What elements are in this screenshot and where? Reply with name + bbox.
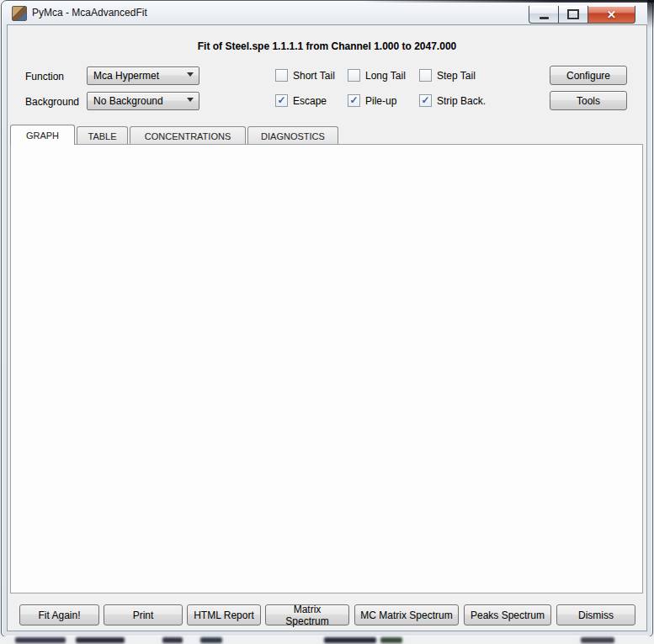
- peaks-spectrum-button[interactable]: Peaks Spectrum: [464, 604, 551, 625]
- step-tail-checkbox[interactable]: ✓: [419, 69, 432, 82]
- escape-checkbox[interactable]: ✓: [275, 94, 288, 107]
- minimize-button[interactable]: [529, 6, 559, 24]
- short-tail-label: Short Tail: [293, 70, 335, 82]
- checkbox-strip-back[interactable]: ✓ Strip Back.: [419, 94, 486, 107]
- desktop-blob: [324, 637, 376, 643]
- tab-diagnostics[interactable]: DIAGNOSTICS: [247, 126, 338, 145]
- step-tail-label: Step Tail: [437, 70, 476, 82]
- desktop-blob: [380, 637, 402, 643]
- checkbox-step-tail[interactable]: ✓ Step Tail: [419, 69, 476, 82]
- desktop-blob: [76, 637, 125, 643]
- function-value: Mca Hypermet: [93, 70, 159, 82]
- checkbox-escape[interactable]: ✓ Escape: [275, 94, 327, 107]
- mc-matrix-spectrum-button[interactable]: MC Matrix Spectrum: [354, 604, 459, 625]
- checkbox-long-tail[interactable]: ✓ Long Tail: [348, 69, 406, 82]
- close-icon: ✕: [607, 8, 616, 21]
- app-icon: [12, 6, 27, 21]
- strip-back-checkbox[interactable]: ✓: [419, 94, 432, 107]
- chevron-down-icon: [187, 98, 194, 102]
- print-button[interactable]: Print: [104, 604, 183, 625]
- desktop-blob: [162, 637, 183, 643]
- background-value: No Background: [93, 95, 163, 107]
- title-bar[interactable]: PyMca - McaAdvancedFit ✕: [7, 4, 646, 24]
- minimize-icon: [540, 17, 549, 19]
- screen: PyMca - McaAdvancedFit ✕ Fit of Steel.sp…: [0, 0, 654, 644]
- html-report-button[interactable]: HTML Report: [187, 604, 261, 625]
- matrix-spectrum-button[interactable]: Matrix Spectrum: [265, 604, 349, 625]
- short-tail-checkbox[interactable]: ✓: [275, 69, 288, 82]
- chevron-down-icon: [187, 72, 194, 77]
- close-button[interactable]: ✕: [588, 6, 635, 24]
- tab-graph[interactable]: GRAPH: [10, 125, 75, 145]
- tab-concentrations[interactable]: CONCENTRATIONS: [130, 126, 246, 145]
- desktop-strip: [0, 636, 654, 644]
- long-tail-checkbox[interactable]: ✓: [348, 69, 360, 82]
- strip-back-label: Strip Back.: [437, 95, 486, 107]
- desktop-corner: [647, 0, 654, 29]
- escape-label: Escape: [293, 95, 327, 107]
- checkbox-short-tail[interactable]: ✓ Short Tail: [275, 69, 335, 82]
- fit-again-button[interactable]: Fit Again!: [19, 604, 99, 625]
- maximize-icon: [567, 9, 579, 19]
- function-label: Function: [25, 71, 64, 82]
- tab-table[interactable]: TABLE: [77, 126, 128, 145]
- desktop-blob: [200, 637, 222, 643]
- desktop-blob: [581, 637, 614, 643]
- pile-up-label: Pile-up: [365, 95, 396, 107]
- desktop-top-edge: [0, 0, 654, 3]
- checkbox-pile-up[interactable]: ✓ Pile-up: [348, 94, 396, 107]
- function-combobox[interactable]: Mca Hypermet: [87, 67, 199, 85]
- background-combobox[interactable]: No Background: [87, 92, 199, 110]
- window-title: PyMca - McaAdvancedFit: [32, 7, 147, 19]
- long-tail-label: Long Tail: [365, 70, 406, 82]
- maximize-button[interactable]: [559, 6, 588, 24]
- desktop-blob: [15, 637, 66, 643]
- background-label: Background: [25, 96, 79, 108]
- configure-button[interactable]: Configure: [550, 66, 627, 85]
- dismiss-button[interactable]: Dismiss: [556, 604, 635, 625]
- fit-title: Fit of Steel.spe 1.1.1.1 from Channel 1.…: [8, 40, 646, 52]
- graph-tab-panel: [10, 144, 643, 593]
- pile-up-checkbox[interactable]: ✓: [348, 94, 360, 107]
- tools-button[interactable]: Tools: [550, 91, 627, 110]
